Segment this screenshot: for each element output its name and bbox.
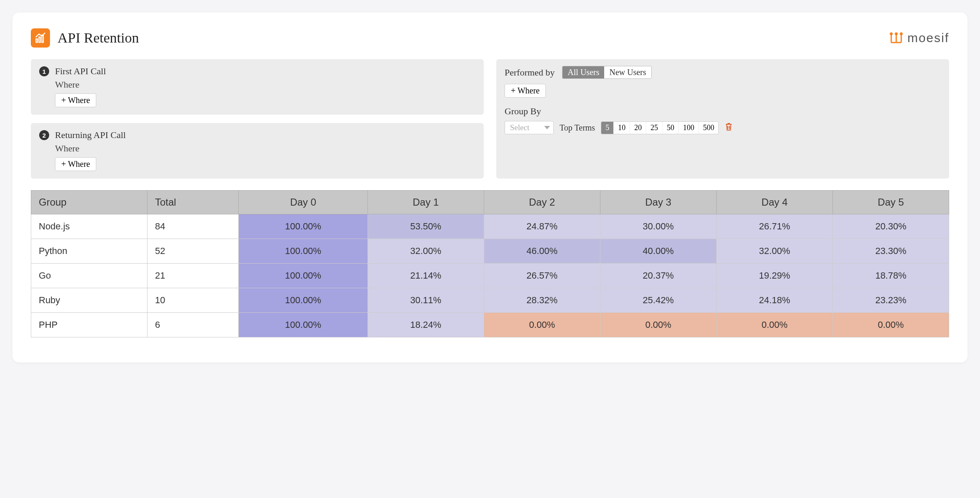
total-cell: 84	[147, 214, 238, 239]
retention-cell: 18.78%	[832, 264, 949, 288]
performed-by-toggle: All UsersNew Users	[562, 66, 651, 79]
total-cell: 52	[147, 239, 238, 264]
top-terms-label: Top Terms	[560, 123, 595, 133]
header: API Retention moesif	[31, 28, 949, 48]
performed-by-panel: Performed by All UsersNew Users + Where …	[496, 59, 949, 179]
retention-cell: 53.50%	[368, 214, 484, 239]
step-2-badge: 2	[39, 130, 49, 140]
top-terms-option[interactable]: 500	[699, 122, 718, 134]
table-row: Node.js84100.00%53.50%24.87%30.00%26.71%…	[31, 214, 949, 239]
retention-cell: 100.00%	[239, 239, 368, 264]
performed-by-option[interactable]: All Users	[562, 66, 604, 78]
svg-point-5	[900, 33, 902, 35]
group-cell: PHP	[31, 313, 148, 337]
retention-cell: 20.30%	[832, 214, 949, 239]
retention-cell: 0.00%	[716, 313, 832, 337]
retention-cell: 100.00%	[239, 214, 368, 239]
retention-cell: 46.00%	[484, 239, 600, 264]
retention-cell: 100.00%	[239, 264, 368, 288]
table-header-row: GroupTotalDay 0Day 1Day 2Day 3Day 4Day 5	[31, 191, 949, 214]
retention-cell: 19.29%	[716, 264, 832, 288]
svg-point-3	[890, 33, 892, 35]
table-header-cell: Day 0	[239, 191, 368, 214]
step-1-badge: 1	[39, 66, 49, 76]
table-body: Node.js84100.00%53.50%24.87%30.00%26.71%…	[31, 214, 949, 337]
retention-cell: 26.71%	[716, 214, 832, 239]
retention-cell: 100.00%	[239, 288, 368, 313]
retention-cell: 32.00%	[368, 239, 484, 264]
retention-cell: 24.18%	[716, 288, 832, 313]
group-cell: Node.js	[31, 214, 148, 239]
table-row: Ruby10100.00%30.11%28.32%25.42%24.18%23.…	[31, 288, 949, 313]
total-cell: 21	[147, 264, 238, 288]
table-header-cell: Day 3	[600, 191, 716, 214]
retention-cell: 23.23%	[832, 288, 949, 313]
svg-rect-0	[36, 39, 38, 42]
retention-cell: 25.42%	[600, 288, 716, 313]
retention-cell: 28.32%	[484, 288, 600, 313]
retention-cell: 0.00%	[832, 313, 949, 337]
table-row: Go21100.00%21.14%26.57%20.37%19.29%18.78…	[31, 264, 949, 288]
title-group: API Retention	[31, 28, 139, 48]
moesif-logo-icon	[889, 32, 903, 44]
top-terms-option[interactable]: 10	[614, 122, 630, 134]
returning-add-where-button[interactable]: + Where	[55, 157, 96, 171]
retention-cell: 0.00%	[484, 313, 600, 337]
returning-api-call-title: Returning API Call	[55, 130, 126, 141]
performed-by-option[interactable]: New Users	[604, 66, 651, 78]
retention-cell: 24.87%	[484, 214, 600, 239]
select-placeholder: Select	[510, 123, 529, 132]
chevron-down-icon	[544, 126, 550, 129]
top-terms-option[interactable]: 20	[630, 122, 646, 134]
group-by-select[interactable]: Select	[505, 121, 554, 134]
retention-cell: 20.37%	[600, 264, 716, 288]
top-terms-option[interactable]: 5	[601, 122, 614, 134]
first-where-label: Where	[55, 79, 475, 90]
first-add-where-button[interactable]: + Where	[55, 93, 96, 107]
brand-text: moesif	[908, 31, 949, 45]
table-header-cell: Day 1	[368, 191, 484, 214]
retention-cell: 30.00%	[600, 214, 716, 239]
group-cell: Ruby	[31, 288, 148, 313]
table-header-cell: Day 4	[716, 191, 832, 214]
retention-cell: 40.00%	[600, 239, 716, 264]
retention-chart-icon	[31, 28, 50, 48]
total-cell: 10	[147, 288, 238, 313]
filters: 1 First API Call Where + Where 2 Returni…	[31, 59, 949, 179]
total-cell: 6	[147, 313, 238, 337]
brand-logo: moesif	[889, 31, 949, 45]
table-row: Python52100.00%32.00%46.00%40.00%32.00%2…	[31, 239, 949, 264]
dashboard-card: API Retention moesif 1 First API Call Wh…	[12, 13, 968, 362]
top-terms-option[interactable]: 50	[662, 122, 679, 134]
performed-add-where-button[interactable]: + Where	[505, 84, 546, 98]
table-header-cell: Day 2	[484, 191, 600, 214]
retention-cell: 32.00%	[716, 239, 832, 264]
retention-cell: 18.24%	[368, 313, 484, 337]
performed-by-label: Performed by	[505, 67, 555, 78]
top-terms-group: 510202550100500	[601, 121, 719, 134]
group-cell: Go	[31, 264, 148, 288]
retention-cell: 100.00%	[239, 313, 368, 337]
retention-table: GroupTotalDay 0Day 1Day 2Day 3Day 4Day 5…	[31, 190, 949, 337]
svg-rect-1	[39, 37, 41, 43]
returning-api-call-panel: 2 Returning API Call Where + Where	[31, 123, 484, 179]
returning-where-label: Where	[55, 143, 475, 154]
page-title: API Retention	[58, 30, 139, 46]
retention-cell: 23.30%	[832, 239, 949, 264]
group-cell: Python	[31, 239, 148, 264]
top-terms-option[interactable]: 100	[679, 122, 699, 134]
trash-icon[interactable]	[725, 122, 733, 133]
table-header-cell: Total	[147, 191, 238, 214]
first-api-call-panel: 1 First API Call Where + Where	[31, 59, 484, 115]
top-terms-option[interactable]: 25	[646, 122, 662, 134]
retention-cell: 0.00%	[600, 313, 716, 337]
group-by-label: Group By	[505, 106, 941, 117]
svg-point-4	[895, 33, 898, 35]
retention-cell: 21.14%	[368, 264, 484, 288]
first-api-call-title: First API Call	[55, 66, 106, 77]
table-row: PHP6100.00%18.24%0.00%0.00%0.00%0.00%	[31, 313, 949, 337]
retention-cell: 26.57%	[484, 264, 600, 288]
table-header-cell: Group	[31, 191, 148, 214]
table-header-cell: Day 5	[832, 191, 949, 214]
retention-cell: 30.11%	[368, 288, 484, 313]
